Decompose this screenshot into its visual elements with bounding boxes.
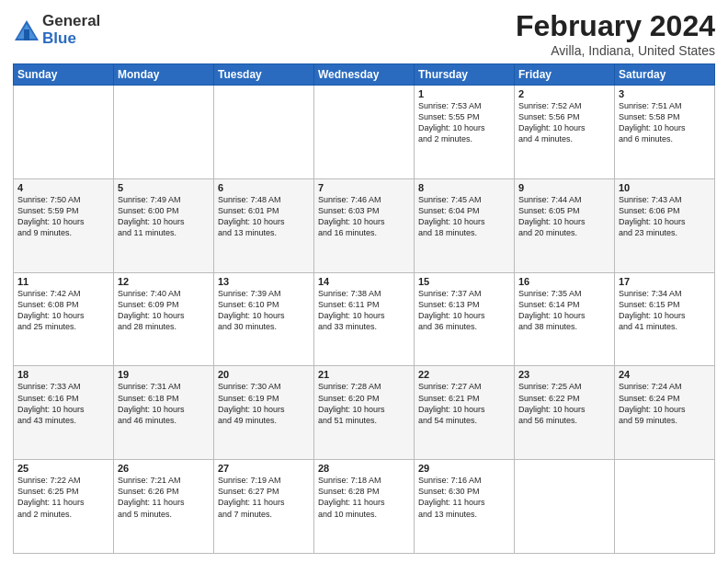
day-detail: Sunrise: 7:37 AMSunset: 6:13 PMDaylight:… [418, 288, 510, 333]
day-cell: 3Sunrise: 7:51 AMSunset: 5:58 PMDaylight… [615, 86, 715, 179]
day-detail: Sunrise: 7:16 AMSunset: 6:30 PMDaylight:… [418, 475, 510, 520]
day-number: 24 [619, 369, 711, 380]
day-detail: Sunrise: 7:25 AMSunset: 6:22 PMDaylight:… [518, 381, 610, 426]
day-detail: Sunrise: 7:28 AMSunset: 6:20 PMDaylight:… [318, 381, 410, 426]
day-detail: Sunrise: 7:21 AMSunset: 6:26 PMDaylight:… [118, 475, 210, 520]
col-header-thursday: Thursday [415, 64, 515, 86]
day-cell: 23Sunrise: 7:25 AMSunset: 6:22 PMDayligh… [515, 366, 615, 460]
day-detail: Sunrise: 7:19 AMSunset: 6:27 PMDaylight:… [218, 475, 310, 520]
col-header-friday: Friday [515, 64, 615, 86]
day-number: 20 [218, 369, 310, 380]
day-number: 1 [418, 88, 510, 99]
day-number: 19 [118, 369, 210, 380]
day-detail: Sunrise: 7:42 AMSunset: 6:08 PMDaylight:… [17, 288, 109, 333]
day-number: 21 [318, 369, 410, 380]
day-number: 6 [218, 182, 310, 193]
day-cell: 16Sunrise: 7:35 AMSunset: 6:14 PMDayligh… [515, 272, 615, 366]
day-detail: Sunrise: 7:44 AMSunset: 6:05 PMDaylight:… [518, 194, 610, 239]
day-cell: 4Sunrise: 7:50 AMSunset: 5:59 PMDaylight… [14, 178, 114, 272]
day-cell: 28Sunrise: 7:18 AMSunset: 6:28 PMDayligh… [314, 460, 415, 554]
day-detail: Sunrise: 7:34 AMSunset: 6:15 PMDaylight:… [619, 288, 711, 333]
day-detail: Sunrise: 7:48 AMSunset: 6:01 PMDaylight:… [218, 194, 310, 239]
logo-icon [13, 17, 40, 44]
day-number: 18 [17, 369, 109, 380]
day-number: 13 [218, 276, 310, 287]
day-detail: Sunrise: 7:38 AMSunset: 6:11 PMDaylight:… [318, 288, 410, 333]
week-row-4: 18Sunrise: 7:33 AMSunset: 6:16 PMDayligh… [14, 366, 715, 460]
col-header-wednesday: Wednesday [314, 64, 415, 86]
day-detail: Sunrise: 7:51 AMSunset: 5:58 PMDaylight:… [619, 100, 711, 145]
day-cell: 7Sunrise: 7:46 AMSunset: 6:03 PMDaylight… [314, 178, 415, 272]
day-cell: 29Sunrise: 7:16 AMSunset: 6:30 PMDayligh… [415, 460, 515, 554]
day-cell: 15Sunrise: 7:37 AMSunset: 6:13 PMDayligh… [415, 272, 515, 366]
day-cell: 5Sunrise: 7:49 AMSunset: 6:00 PMDaylight… [114, 178, 214, 272]
day-cell [314, 86, 415, 179]
day-detail: Sunrise: 7:18 AMSunset: 6:28 PMDaylight:… [318, 475, 410, 520]
day-number: 9 [518, 182, 610, 193]
day-detail: Sunrise: 7:50 AMSunset: 5:59 PMDaylight:… [17, 194, 109, 239]
day-number: 29 [418, 463, 510, 474]
day-detail: Sunrise: 7:40 AMSunset: 6:09 PMDaylight:… [118, 288, 210, 333]
logo-blue: Blue [42, 30, 100, 48]
week-row-2: 4Sunrise: 7:50 AMSunset: 5:59 PMDaylight… [14, 178, 715, 272]
svg-rect-2 [24, 29, 29, 40]
week-row-1: 1Sunrise: 7:53 AMSunset: 5:55 PMDaylight… [14, 86, 715, 179]
day-detail: Sunrise: 7:30 AMSunset: 6:19 PMDaylight:… [218, 381, 310, 426]
day-detail: Sunrise: 7:52 AMSunset: 5:56 PMDaylight:… [518, 100, 610, 145]
day-number: 4 [17, 182, 109, 193]
day-number: 7 [318, 182, 410, 193]
day-cell: 24Sunrise: 7:24 AMSunset: 6:24 PMDayligh… [615, 366, 715, 460]
day-number: 14 [318, 276, 410, 287]
day-cell: 14Sunrise: 7:38 AMSunset: 6:11 PMDayligh… [314, 272, 415, 366]
col-header-tuesday: Tuesday [214, 64, 314, 86]
day-number: 17 [619, 276, 711, 287]
day-detail: Sunrise: 7:39 AMSunset: 6:10 PMDaylight:… [218, 288, 310, 333]
header: General Blue February 2024 Avilla, India… [13, 9, 715, 58]
subtitle: Avilla, Indiana, United States [516, 43, 715, 58]
day-cell: 22Sunrise: 7:27 AMSunset: 6:21 PMDayligh… [415, 366, 515, 460]
day-detail: Sunrise: 7:53 AMSunset: 5:55 PMDaylight:… [418, 100, 510, 145]
day-cell: 27Sunrise: 7:19 AMSunset: 6:27 PMDayligh… [214, 460, 314, 554]
day-cell: 2Sunrise: 7:52 AMSunset: 5:56 PMDaylight… [515, 86, 615, 179]
col-header-sunday: Sunday [14, 64, 114, 86]
logo-general: General [42, 13, 100, 30]
day-cell: 18Sunrise: 7:33 AMSunset: 6:16 PMDayligh… [14, 366, 114, 460]
day-number: 26 [118, 463, 210, 474]
day-number: 10 [619, 182, 711, 193]
col-header-monday: Monday [114, 64, 214, 86]
day-number: 12 [118, 276, 210, 287]
day-detail: Sunrise: 7:49 AMSunset: 6:00 PMDaylight:… [118, 194, 210, 239]
day-detail: Sunrise: 7:27 AMSunset: 6:21 PMDaylight:… [418, 381, 510, 426]
day-cell: 11Sunrise: 7:42 AMSunset: 6:08 PMDayligh… [14, 272, 114, 366]
week-row-3: 11Sunrise: 7:42 AMSunset: 6:08 PMDayligh… [14, 272, 715, 366]
day-number: 5 [118, 182, 210, 193]
day-number: 16 [518, 276, 610, 287]
day-cell: 8Sunrise: 7:45 AMSunset: 6:04 PMDaylight… [415, 178, 515, 272]
day-detail: Sunrise: 7:24 AMSunset: 6:24 PMDaylight:… [619, 381, 711, 426]
day-cell: 19Sunrise: 7:31 AMSunset: 6:18 PMDayligh… [114, 366, 214, 460]
day-cell: 13Sunrise: 7:39 AMSunset: 6:10 PMDayligh… [214, 272, 314, 366]
day-cell: 12Sunrise: 7:40 AMSunset: 6:09 PMDayligh… [114, 272, 214, 366]
title-block: February 2024 Avilla, Indiana, United St… [516, 9, 715, 58]
header-row: SundayMondayTuesdayWednesdayThursdayFrid… [14, 64, 715, 86]
page: General Blue February 2024 Avilla, India… [0, 0, 728, 563]
day-number: 15 [418, 276, 510, 287]
day-cell [615, 460, 715, 554]
logo-text: General Blue [42, 13, 100, 47]
day-detail: Sunrise: 7:45 AMSunset: 6:04 PMDaylight:… [418, 194, 510, 239]
day-number: 25 [17, 463, 109, 474]
main-title: February 2024 [516, 9, 715, 43]
day-detail: Sunrise: 7:46 AMSunset: 6:03 PMDaylight:… [318, 194, 410, 239]
day-number: 28 [318, 463, 410, 474]
day-detail: Sunrise: 7:31 AMSunset: 6:18 PMDaylight:… [118, 381, 210, 426]
day-detail: Sunrise: 7:33 AMSunset: 6:16 PMDaylight:… [17, 381, 109, 426]
day-cell: 9Sunrise: 7:44 AMSunset: 6:05 PMDaylight… [515, 178, 615, 272]
day-number: 3 [619, 88, 711, 99]
logo: General Blue [13, 13, 100, 47]
col-header-saturday: Saturday [615, 64, 715, 86]
day-number: 22 [418, 369, 510, 380]
day-cell: 6Sunrise: 7:48 AMSunset: 6:01 PMDaylight… [214, 178, 314, 272]
day-cell: 17Sunrise: 7:34 AMSunset: 6:15 PMDayligh… [615, 272, 715, 366]
day-number: 8 [418, 182, 510, 193]
day-detail: Sunrise: 7:22 AMSunset: 6:25 PMDaylight:… [17, 475, 109, 520]
